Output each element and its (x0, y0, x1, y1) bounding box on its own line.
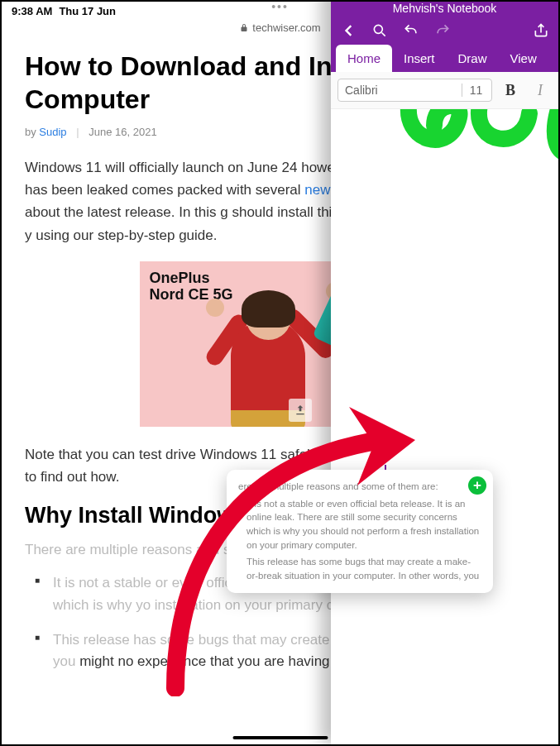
svg-point-0 (374, 25, 382, 33)
clip-line: It is not a stable or even official beta… (238, 497, 481, 552)
ribbon-tabs: Home Insert Draw View (331, 45, 558, 72)
add-clip-button[interactable]: + (468, 476, 486, 495)
clip-line: This release has some bugs that may crea… (238, 555, 481, 582)
onenote-slideover[interactable]: ••• Mehvish's Notebook Home Insert Draw … (331, 0, 558, 744)
home-indicator[interactable] (232, 736, 328, 739)
bold-button[interactable]: B (499, 82, 522, 99)
back-icon[interactable] (339, 22, 357, 40)
notebook-title: Mehvish's Notebook (331, 0, 558, 18)
ad-share-icon[interactable] (289, 399, 312, 422)
tab-home[interactable]: Home (336, 45, 392, 72)
author-link[interactable]: Sudip (39, 126, 66, 138)
lock-icon (239, 23, 249, 33)
paste-preview-popup[interactable]: + ere are multiple reasons and some of t… (227, 470, 493, 593)
article-date: June 16, 2021 (89, 126, 156, 138)
undo-icon[interactable] (402, 22, 420, 40)
italic-button[interactable]: I (529, 82, 552, 99)
font-selector[interactable]: Calibri 11 (337, 79, 492, 102)
multitask-dots-icon[interactable]: ••• (271, 0, 289, 13)
format-toolbar: Calibri 11 B I (331, 72, 558, 109)
ad-person-illustration (198, 294, 338, 427)
url-text: techwiser.com (252, 22, 320, 34)
clip-line: ere are multiple reasons and some of the… (238, 480, 481, 494)
note-canvas[interactable] (331, 109, 558, 705)
font-size-field[interactable]: 11 (462, 84, 485, 97)
share-icon[interactable] (532, 22, 550, 40)
tab-draw[interactable]: Draw (447, 45, 499, 72)
tab-view[interactable]: View (499, 45, 548, 72)
ink-stroke (352, 109, 558, 184)
search-icon[interactable] (371, 22, 389, 40)
status-date: Thu 17 Jun (59, 5, 116, 17)
redo-icon[interactable] (433, 22, 452, 40)
status-time: 9:38 AM (12, 5, 52, 17)
tab-insert[interactable]: Insert (392, 45, 447, 72)
